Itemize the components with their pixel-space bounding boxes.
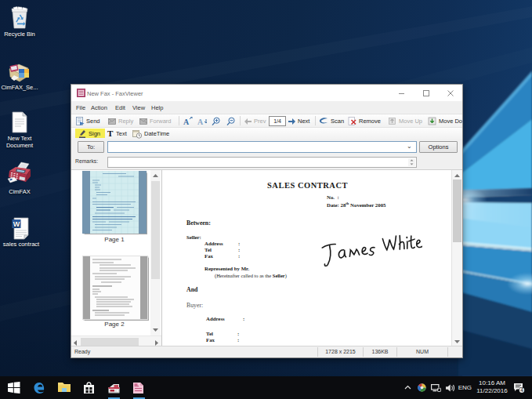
svg-text:A: A bbox=[183, 118, 190, 125]
svg-text:W: W bbox=[13, 220, 20, 228]
svg-text:A: A bbox=[197, 118, 204, 125]
svg-text:4: 4 bbox=[520, 387, 523, 393]
